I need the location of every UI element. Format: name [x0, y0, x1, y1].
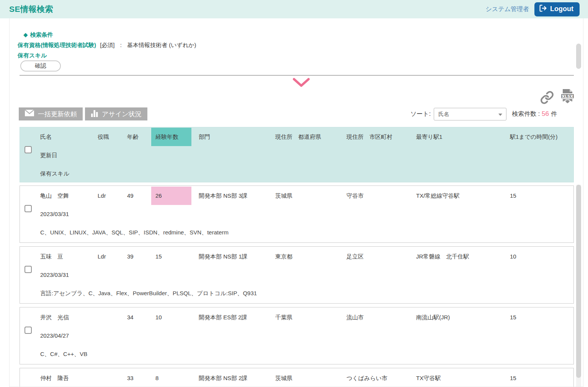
row-experience: 8 [151, 369, 191, 387]
row-role [98, 369, 127, 387]
sort-label: ソート: [410, 110, 431, 118]
row-city: 足立区 [346, 247, 416, 266]
row-experience: 26 [151, 187, 191, 205]
row-skills: C、C#、C++、VB [40, 345, 573, 363]
search-conditions-title: ◆検索条件 [23, 31, 53, 39]
qualification-label: 保有資格(情報処理技術者試験) [18, 42, 96, 48]
table-header-line2: 更新日 [20, 146, 573, 164]
row-station: 南流山駅(JR) [416, 308, 507, 327]
search-conditions-label: 検索条件 [30, 31, 53, 38]
row-age: 39 [127, 247, 151, 266]
row-city: 流山市 [346, 308, 416, 327]
results-scrollbar-thumb[interactable] [576, 185, 581, 378]
sort-group: ソート: 氏名 検索件数 :56件 [410, 108, 575, 120]
result-count-label: 検索件数 : [512, 111, 540, 117]
table-header: 氏名 役職 年齢 経験年数 部門 現住所 都道府県 現住所 市区町村 最寄り駅1… [20, 127, 574, 182]
page-title: SE情報検索 [9, 4, 53, 15]
collapse-toggle[interactable] [292, 78, 310, 88]
col-role: 役職 [98, 128, 127, 146]
section-divider [20, 75, 574, 76]
row-city: 守谷市 [346, 187, 416, 205]
row-updated: 2023/03/31 [40, 266, 98, 284]
row-prefecture: 茨城県 [275, 369, 346, 387]
results-scrollbar[interactable] [576, 185, 581, 387]
col-name: 氏名 [40, 128, 98, 146]
col-updated: 更新日 [40, 146, 98, 164]
qualification-colon: : [120, 42, 122, 48]
col-prefecture: 現住所 都道府県 [275, 128, 346, 146]
row-updated: 2023/03/31 [40, 205, 98, 223]
link-icon[interactable] [540, 91, 554, 104]
chevron-down-icon [292, 82, 310, 89]
skill-condition-label: 保有スキル [18, 52, 47, 59]
row-experience: 10 [151, 308, 191, 327]
col-city: 現住所 市区町村 [346, 128, 416, 146]
row-time: 10 [507, 247, 573, 266]
required-tag: [必須] [100, 42, 114, 48]
row-city: つくばみらい市 [346, 369, 416, 387]
search-area-scrollbar[interactable] [576, 44, 581, 69]
row-skills: C、UNIX、LINUX、JAVA、SQL、SIP、ISDN、redmine、S… [40, 223, 573, 242]
row-prefecture: 千葉県 [275, 308, 346, 327]
logout-label: Logout [550, 5, 573, 13]
row-checkbox[interactable] [24, 327, 32, 334]
result-row[interactable]: 井沢 光信 34 10 開発本部 ES部 2課 千葉県 流山市 南流山駅(JR)… [20, 307, 574, 364]
logout-button[interactable]: Logout [534, 2, 580, 16]
row-time: 15 [507, 308, 573, 327]
result-row[interactable]: 仲村 隆吾 33 8 開発本部 NS部 2課 茨城県 つくばみらい市 TX守谷駅… [20, 368, 574, 387]
row-name: 亀山 空舞 [40, 187, 98, 205]
user-role-label: システム管理者 [486, 5, 529, 13]
row-age: 34 [127, 308, 151, 327]
row-station: TX守谷駅 [416, 369, 507, 387]
row-department: 開発本部 NS部 2課 [191, 369, 275, 387]
mail-icon [24, 109, 34, 119]
row-department: 開発本部 ES部 2課 [191, 308, 275, 327]
row-station: JR常磐線 北千住駅 [416, 247, 507, 266]
row-checkbox[interactable] [24, 205, 32, 212]
row-age: 49 [127, 187, 151, 205]
result-row[interactable]: 亀山 空舞 Ldr 49 26 開発本部 NS部 3課 茨城県 守谷市 TX/常… [20, 185, 574, 243]
sort-select[interactable]: 氏名 [434, 108, 506, 120]
results-list: 亀山 空舞 Ldr 49 26 開発本部 NS部 3課 茨城県 守谷市 TX/常… [20, 185, 574, 387]
main-panel: ◆検索条件 保有資格(情報処理技術者試験) [必須] : 基本情報技術者 (いず… [9, 18, 583, 387]
qualification-condition-line: 保有資格(情報処理技術者試験) [必須] : 基本情報技術者 (いずれか) [18, 42, 196, 49]
top-bar: SE情報検索 システム管理者 Logout [0, 0, 588, 18]
logout-icon [539, 4, 547, 14]
row-prefecture: 東京都 [275, 247, 346, 266]
row-role: Ldr [98, 187, 127, 205]
xlsx-download-icon[interactable]: XLSX [559, 88, 576, 104]
row-station: TX/常総線守谷駅 [416, 187, 507, 205]
export-icons: XLSX [540, 88, 576, 104]
bulk-update-button[interactable]: 一括更新依頼 [19, 107, 83, 120]
result-count: 検索件数 :56件 [512, 110, 557, 118]
col-station: 最寄り駅1 [416, 128, 507, 146]
col-experience: 経験年数 [151, 128, 191, 146]
row-time: 15 [507, 187, 573, 205]
diamond-icon: ◆ [23, 31, 28, 38]
row-time: 15 [507, 369, 573, 387]
row-updated: 2023/04/27 [40, 327, 98, 345]
row-role [98, 308, 127, 327]
col-skills: 保有スキル [40, 164, 98, 183]
dropdown-arrow-icon [498, 114, 502, 116]
qualification-value: 基本情報技術者 (いずれか) [127, 42, 196, 48]
row-name: 仲村 隆吾 [40, 369, 98, 387]
row-department: 開発本部 NS部 1課 [191, 247, 275, 266]
top-bar-right: システム管理者 Logout [486, 2, 580, 16]
col-time: 駅1までの時間(分) [507, 128, 573, 146]
sort-selected-value: 氏名 [438, 111, 449, 117]
col-department: 部門 [191, 128, 275, 146]
row-checkbox[interactable] [24, 266, 32, 273]
confirm-button[interactable]: 確認 [20, 60, 61, 72]
table-header-line3: 保有スキル [20, 164, 573, 183]
row-age: 33 [127, 369, 151, 387]
col-age: 年齢 [127, 128, 151, 146]
results-toolbar: 一括更新依頼 アサイン状況 ソート: 氏名 検索件数 :56件 [19, 107, 575, 121]
select-all-checkbox[interactable] [24, 146, 32, 153]
table-header-line1: 氏名 役職 年齢 経験年数 部門 現住所 都道府県 現住所 市区町村 最寄り駅1… [20, 128, 573, 146]
bar-chart-icon [91, 109, 98, 119]
result-row[interactable]: 五味 亘 Ldr 39 15 開発本部 NS部 1課 東京都 足立区 JR常磐線… [20, 246, 574, 304]
assign-status-button[interactable]: アサイン状況 [85, 107, 147, 120]
bulk-update-label: 一括更新依頼 [38, 110, 77, 119]
row-experience: 15 [151, 247, 191, 266]
